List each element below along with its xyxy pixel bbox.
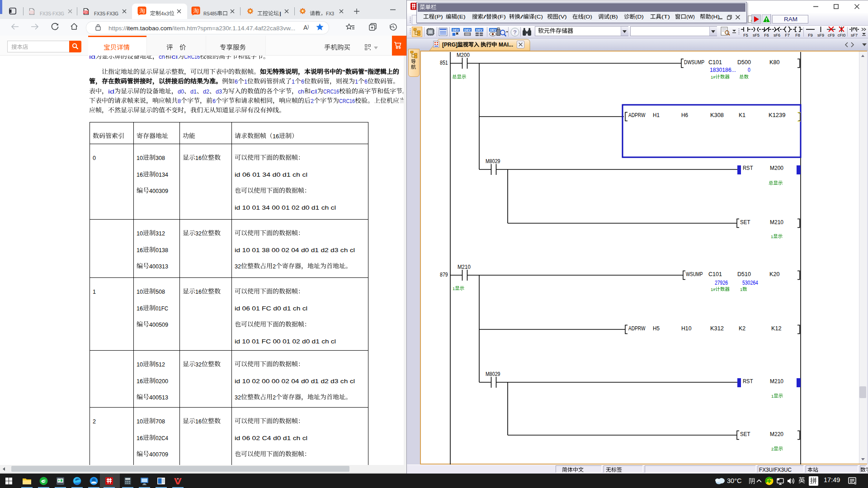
- svg-text:16: 16: [137, 435, 143, 441]
- svg-text:K20: K20: [769, 271, 780, 277]
- svg-text:M220: M220: [770, 431, 783, 437]
- svg-text:H10: H10: [681, 325, 692, 332]
- svg-text:DWSUMP: DWSUMP: [684, 59, 704, 66]
- svg-text:ADPRW: ADPRW: [628, 325, 646, 332]
- svg-text:M200: M200: [770, 164, 783, 171]
- svg-text:16: 16: [137, 247, 143, 253]
- svg-text:32: 32: [235, 263, 241, 270]
- svg-text:4x3: 4x3: [161, 11, 169, 16]
- svg-text:FX3S·FX3G: FX3S·FX3G: [94, 11, 118, 16]
- svg-text:1#: 1#: [711, 287, 716, 292]
- svg-text:DEV: DEV: [476, 28, 482, 32]
- svg-text:1: 1: [93, 289, 96, 295]
- svg-text:1: 1: [453, 286, 455, 291]
- svg-text:K2: K2: [739, 325, 745, 332]
- svg-text:27926: 27926: [715, 280, 728, 286]
- svg-text:DEV: DEV: [464, 28, 471, 32]
- svg-text:1: 1: [740, 287, 742, 292]
- svg-text:0134: 0134: [156, 171, 168, 178]
- svg-text:H6: H6: [681, 112, 688, 118]
- svg-text:851: 851: [440, 60, 448, 66]
- svg-text:M210: M210: [458, 264, 471, 270]
- svg-text:H5: H5: [653, 325, 660, 332]
- svg-text:d1: d1: [190, 88, 197, 94]
- svg-text:": ": [342, 69, 345, 75]
- svg-text:32: 32: [235, 394, 241, 401]
- svg-text:(W): (W): [686, 14, 695, 19]
- svg-text:ADPRW: ADPRW: [628, 112, 646, 118]
- svg-text:D510: D510: [737, 271, 751, 277]
- svg-text:16: 16: [137, 378, 143, 384]
- svg-text:M8029: M8029: [486, 371, 500, 377]
- svg-text:0: 0: [93, 155, 96, 161]
- svg-text:K308: K308: [710, 112, 724, 118]
- svg-text:708: 708: [156, 418, 165, 425]
- svg-text:(P): (P): [434, 14, 443, 19]
- svg-text:2: 2: [273, 263, 276, 270]
- svg-text:id 06 01 34 d0 d1 ch cl: id 06 01 34 d0 d1 ch cl: [235, 171, 307, 178]
- svg-text:[PRG]: [PRG]: [442, 42, 458, 48]
- svg-text:508: 508: [156, 289, 165, 295]
- svg-text:C101: C101: [708, 271, 722, 277]
- svg-text:M210: M210: [770, 219, 783, 225]
- svg-text:|: |: [279, 11, 282, 16]
- svg-text:ch: ch: [298, 88, 304, 94]
- svg-text:10: 10: [137, 361, 143, 368]
- svg-text:F8: F8: [795, 33, 800, 38]
- svg-text:K80: K80: [769, 59, 780, 66]
- svg-text:id 10 01 FC 00 01 02 d0 d1 ch: id 10 01 FC 00 01 02 d0 d1 ch cl: [235, 338, 336, 344]
- svg-text:sF9: sF9: [817, 33, 824, 38]
- svg-text:32: 32: [195, 361, 202, 368]
- svg-text:id: id: [108, 88, 114, 94]
- svg-text:10: 10: [137, 155, 143, 161]
- svg-text:(O): (O): [584, 14, 592, 19]
- svg-text:PDF: PDF: [84, 11, 88, 14]
- svg-text:RST: RST: [743, 378, 753, 385]
- svg-text:D500: D500: [737, 59, 751, 66]
- svg-text:/: /: [483, 14, 486, 19]
- svg-text:M8029: M8029: [486, 158, 500, 164]
- svg-text:(E): (E): [457, 14, 466, 19]
- svg-text:sF7: sF7: [851, 33, 858, 38]
- svg-text:sF5: sF5: [753, 33, 760, 38]
- svg-text:SET: SET: [740, 219, 750, 225]
- svg-text:16: 16: [195, 155, 202, 161]
- svg-text:K12: K12: [771, 325, 782, 332]
- svg-text:d3: d3: [216, 88, 222, 94]
- svg-text:F5: F5: [743, 33, 748, 38]
- svg-text:SET: SET: [740, 431, 750, 437]
- svg-text:H1: H1: [653, 112, 660, 118]
- svg-text:(T): (T): [661, 14, 670, 19]
- svg-text:16: 16: [195, 289, 202, 295]
- svg-text:F6: F6: [764, 33, 769, 38]
- svg-text:512: 512: [156, 361, 165, 368]
- svg-text:1: 1: [771, 235, 773, 239]
- svg-text:cl: cl: [311, 88, 317, 94]
- svg-text:(B): (B): [609, 14, 618, 19]
- svg-text:cFI0: cFI0: [838, 33, 846, 38]
- svg-text:02C4: 02C4: [156, 435, 168, 441]
- svg-text:F9: F9: [808, 33, 813, 38]
- svg-text:400513: 400513: [149, 394, 168, 401]
- svg-text:FX3S·FX3G: FX3S·FX3G: [40, 11, 64, 16]
- svg-text:0: 0: [748, 67, 750, 73]
- svg-text:2: 2: [771, 447, 774, 451]
- svg-text:id 10 01 38 00 02 04 d0 d1 d2: id 10 01 38 00 02 04 d0 d1 d2 d3 ch cl: [235, 247, 355, 253]
- svg-text:01FC: 01FC: [156, 305, 168, 311]
- svg-text:400309: 400309: [149, 188, 168, 194]
- svg-text:id 10 01 34 00 01 02 d0 d1 ch: id 10 01 34 00 01 02 d0 d1 ch cl: [235, 204, 336, 211]
- svg-text:530264: 530264: [742, 280, 758, 286]
- svg-text:312: 312: [156, 230, 165, 237]
- svg-text:": ": [364, 69, 368, 75]
- svg-text:10: 10: [137, 418, 143, 425]
- svg-text:id 10 02 00 00 02 04 d0 d1 d2: id 10 02 00 00 02 04 d0 d1 d2 d3 ch cl: [235, 378, 355, 384]
- svg-text:WSUMP: WSUMP: [686, 271, 703, 277]
- svg-text:2: 2: [93, 418, 96, 425]
- svg-text:M210: M210: [770, 378, 783, 385]
- svg-text:FX3U/FX3UC: FX3U/FX3UC: [759, 467, 792, 473]
- svg-text:K1: K1: [739, 112, 745, 118]
- svg-text:10: 10: [137, 289, 143, 295]
- svg-text:(V): (V): [558, 14, 567, 19]
- svg-text:K1239: K1239: [769, 112, 786, 118]
- svg-text:2: 2: [273, 394, 276, 401]
